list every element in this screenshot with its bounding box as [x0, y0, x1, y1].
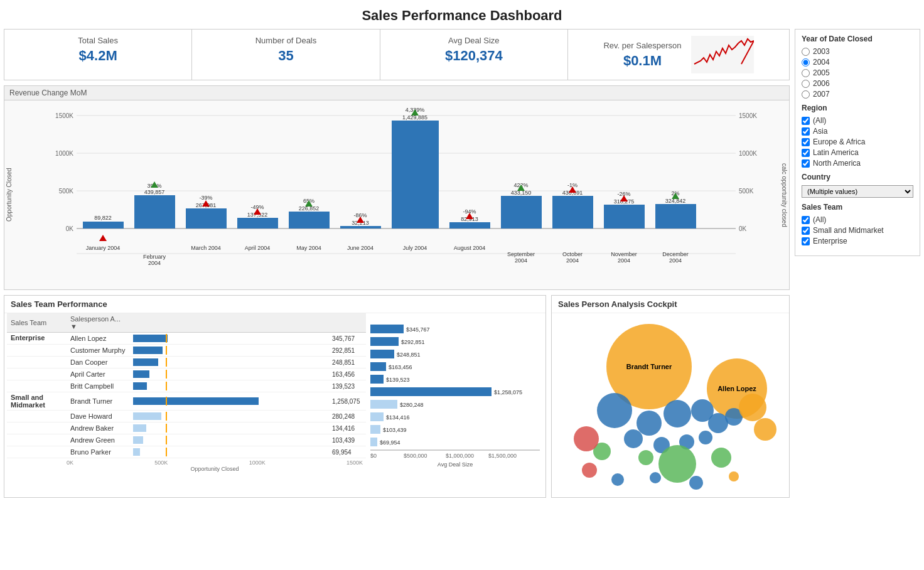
- svg-text:November: November: [611, 251, 637, 257]
- svg-text:$69,954: $69,954: [380, 439, 400, 446]
- avg-deal-chart: $345,767 $292,851 $248,851 $163,456: [367, 313, 543, 478]
- region-checkbox[interactable]: [802, 117, 810, 125]
- svg-text:1500K: 1500K: [55, 112, 73, 119]
- salesperson-name: Brandt Turner: [67, 392, 129, 411]
- opp-value: 1,258,075: [328, 392, 366, 411]
- svg-text:2004: 2004: [669, 257, 682, 264]
- year-radio-2004[interactable]: [802, 58, 810, 67]
- salesperson-name: Andrew Green: [67, 434, 129, 446]
- table-row: Britt Campbell 139,523: [7, 380, 366, 392]
- bar-cell: [129, 368, 328, 380]
- svg-text:May 2004: May 2004: [296, 245, 321, 251]
- bubble: [754, 418, 776, 441]
- region-filter-item[interactable]: North America: [802, 159, 913, 168]
- dashboard: Sales Performance Dashboard Total Sales …: [0, 0, 924, 498]
- svg-rect-75: [655, 204, 696, 229]
- salesperson-name: April Carter: [67, 368, 129, 380]
- bubble-label: Brandt Turner: [626, 363, 672, 370]
- svg-text:$1,500,000: $1,500,000: [488, 453, 517, 459]
- svg-text:July 2004: July 2004: [403, 245, 427, 251]
- region-filter-item[interactable]: Latin America: [802, 148, 913, 157]
- country-dropdown[interactable]: (Multiple values): [802, 185, 913, 198]
- region-checkbox[interactable]: [802, 138, 810, 146]
- svg-text:1500K: 1500K: [739, 112, 757, 119]
- year-filter-item[interactable]: 2006: [802, 79, 913, 88]
- salesperson-name: Bruno Parker: [67, 446, 129, 458]
- svg-text:$103,439: $103,439: [383, 427, 407, 433]
- svg-text:$280,248: $280,248: [400, 402, 424, 408]
- svg-text:Avg Deal Size: Avg Deal Size: [438, 461, 473, 468]
- sales-team-filter-item[interactable]: Enterprise: [802, 237, 913, 245]
- bubble: [624, 429, 643, 448]
- group-cell: [7, 446, 67, 458]
- svg-text:March 2004: March 2004: [191, 245, 221, 251]
- sales-team-checkbox[interactable]: [802, 237, 810, 245]
- table-row: Bruno Parker 69,954: [7, 446, 366, 458]
- svg-text:2004: 2004: [148, 260, 161, 266]
- opp-value: 163,456: [328, 368, 366, 380]
- kpi-rev-per: Rev. per Salesperson $0.1M: [568, 30, 789, 80]
- svg-text:January 2004: January 2004: [86, 245, 121, 251]
- svg-text:October: October: [562, 251, 583, 257]
- revenue-chart-section: Revenue Change MoM Opportunity Closed: [4, 85, 790, 290]
- sales-team-filter-item[interactable]: Small and Midmarket: [802, 226, 913, 235]
- svg-text:$1,000,000: $1,000,000: [446, 453, 474, 459]
- opp-value: 103,439: [328, 434, 366, 446]
- svg-rect-47: [392, 121, 439, 229]
- region-checkbox[interactable]: [802, 127, 810, 136]
- year-radio-2007[interactable]: [802, 90, 810, 99]
- sales-team-filter-title: Sales Team: [802, 203, 913, 212]
- svg-rect-69: [604, 205, 645, 229]
- bar-cell: [129, 345, 328, 357]
- region-checkbox[interactable]: [802, 149, 810, 157]
- kpi-num-deals-value: 35: [201, 48, 370, 64]
- bubble-label: Allen Lopez: [717, 385, 756, 392]
- bubble: [574, 426, 599, 451]
- salesperson-name: Customer Murphy: [67, 345, 129, 357]
- bubble: [699, 431, 712, 444]
- sales-team-table: Sales Team Salesperson A... ▼ Enterprise…: [7, 313, 366, 458]
- svg-text:April 2004: April 2004: [245, 245, 271, 251]
- sales-team-checkbox[interactable]: [802, 227, 810, 235]
- table-row: Dave Howard 280,248: [7, 411, 366, 422]
- region-filter-item[interactable]: Europe & Africa: [802, 137, 913, 146]
- kpi-total-sales-value: $4.2M: [14, 48, 182, 64]
- year-radio-2006[interactable]: [802, 80, 810, 88]
- bar-cell: [129, 392, 328, 411]
- svg-rect-85: [370, 350, 394, 358]
- sales-team-filter-section: Sales Team (All)Small and MidmarketEnter…: [802, 203, 913, 245]
- year-filter-section: Year of Date Closed 20032004200520062007: [802, 35, 913, 99]
- region-filter-item[interactable]: Asia: [802, 127, 913, 136]
- country-filter-title: Country: [802, 173, 913, 181]
- group-cell: [7, 411, 67, 422]
- svg-text:500K: 500K: [59, 188, 74, 195]
- region-checkbox[interactable]: [802, 159, 810, 168]
- svg-rect-91: [370, 387, 492, 396]
- y-axis-left-label: Opportunity Closed: [4, 103, 16, 287]
- year-radio-2005[interactable]: [802, 69, 810, 77]
- svg-text:$134,416: $134,416: [386, 414, 410, 421]
- svg-rect-81: [370, 325, 404, 333]
- year-filter-item[interactable]: 2007: [802, 90, 913, 99]
- svg-text:September: September: [507, 251, 535, 257]
- table-row: Andrew Green 103,439: [7, 434, 366, 446]
- svg-rect-87: [370, 362, 386, 371]
- sales-team-checkbox[interactable]: [802, 216, 810, 224]
- year-filter-item[interactable]: 2003: [802, 47, 913, 56]
- group-cell: Small andMidmarket: [7, 392, 67, 411]
- kpi-rev-per-value: $0.1M: [603, 53, 681, 69]
- bar-cell: [129, 380, 328, 392]
- bubble-section: Sales Person Analysis Cockpit Brandt Tur…: [551, 295, 790, 498]
- sales-team-filter-item[interactable]: (All): [802, 215, 913, 224]
- bubble: [638, 450, 653, 465]
- year-radio-2003[interactable]: [802, 48, 810, 56]
- year-filter-item[interactable]: 2005: [802, 68, 913, 77]
- year-filter-item[interactable]: 2004: [802, 58, 913, 67]
- svg-rect-37: [289, 212, 330, 229]
- bar-cell: [129, 411, 328, 422]
- region-filter-item[interactable]: (All): [802, 116, 913, 125]
- col-opp-closed: [129, 313, 328, 333]
- bar-cell: [129, 434, 328, 446]
- svg-rect-63: [552, 196, 593, 229]
- opp-value: 292,851: [328, 345, 366, 357]
